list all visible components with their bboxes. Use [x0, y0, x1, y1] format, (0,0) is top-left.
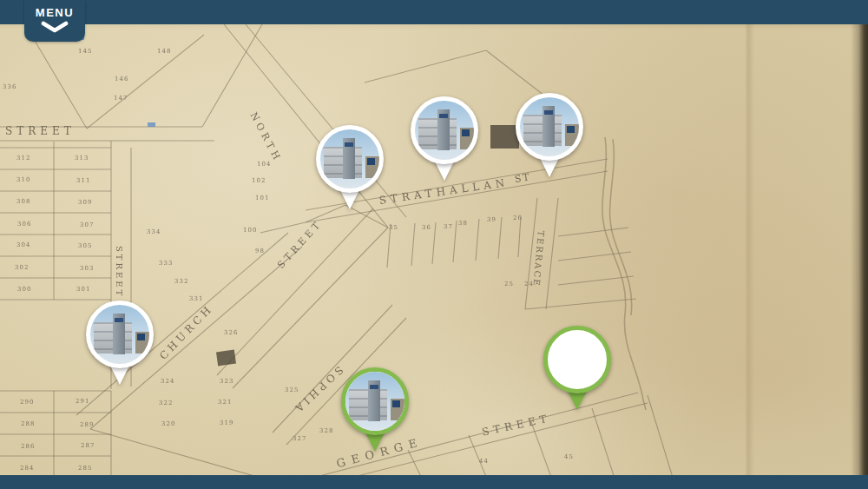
map-app: STREETNORTHSTREETSTREETCHURCHSTRATHALLAN… — [0, 0, 868, 489]
lot-number: 37 — [444, 223, 453, 230]
lot-number: 313 — [75, 155, 89, 162]
lot-number: 307 — [80, 221, 94, 228]
lot-number: 147 — [114, 95, 128, 102]
lot-number: 288 — [21, 420, 35, 427]
lot-number: 24 — [524, 281, 534, 287]
pin-photo — [345, 372, 404, 431]
lot-number: 102 — [252, 177, 266, 184]
lot-number: 305 — [78, 242, 92, 249]
lot-number: 304 — [16, 241, 30, 248]
pin-photo — [320, 129, 379, 188]
pin-photo — [415, 101, 474, 160]
lot-number: 306 — [17, 221, 31, 228]
lot-number: 286 — [21, 443, 35, 450]
lot-number: 289 — [80, 421, 94, 428]
lot-number: 321 — [218, 399, 232, 406]
lot-number: 101 — [255, 195, 269, 202]
lot-number: 44 — [479, 458, 489, 465]
pin-photo — [548, 330, 607, 389]
lot-number: 310 — [16, 176, 30, 183]
street-label: STREET — [115, 246, 124, 298]
pin-photo — [90, 305, 149, 364]
lot-number: 38 — [458, 220, 468, 227]
lot-number: 26 — [513, 215, 523, 221]
lot-number: 309 — [78, 199, 92, 206]
lot-number: 325 — [285, 387, 299, 393]
chevron-down-icon — [40, 21, 69, 33]
lot-number: 323 — [220, 378, 233, 385]
lot-number: 308 — [16, 198, 30, 205]
lot-number: 104 — [257, 161, 271, 168]
pin-photo — [520, 97, 579, 156]
lot-number: 284 — [20, 465, 34, 472]
lot-number: 332 — [174, 278, 188, 285]
lot-number: 25 — [504, 281, 514, 287]
lot-number: 145 — [78, 48, 92, 55]
top-frame-bar — [0, 0, 868, 24]
lot-number: 333 — [159, 260, 173, 267]
lot-number: 285 — [78, 465, 92, 472]
menu-label: MENU — [36, 6, 74, 19]
lot-number: 326 — [224, 329, 238, 336]
lot-number: 300 — [17, 286, 31, 293]
lot-number: 320 — [161, 420, 175, 427]
lot-number: 324 — [161, 378, 174, 385]
lot-number: 287 — [81, 442, 95, 449]
lot-number: 302 — [15, 264, 29, 271]
lot-number: 319 — [220, 420, 233, 426]
historical-map[interactable] — [0, 24, 868, 475]
lot-number: 148 — [157, 48, 171, 55]
lot-number: 301 — [76, 286, 90, 293]
lot-number: 100 — [243, 227, 257, 234]
lot-number: 322 — [159, 400, 173, 406]
map-pin-2[interactable] — [411, 96, 478, 181]
lot-number: 336 — [3, 83, 16, 90]
lot-number: 291 — [76, 398, 89, 405]
map-pin-3[interactable] — [516, 93, 583, 177]
map-pin-6[interactable] — [543, 326, 611, 410]
lot-number: 45 — [564, 453, 574, 460]
lot-number: 331 — [189, 295, 203, 302]
map-pin-4[interactable] — [86, 301, 154, 385]
lot-number: 303 — [80, 265, 94, 272]
lot-number: 39 — [487, 216, 496, 223]
lot-number: 328 — [319, 427, 333, 434]
lot-number: 327 — [293, 435, 306, 442]
map-paper-edge — [851, 24, 868, 475]
lot-number: 36 — [422, 224, 431, 231]
map-patch — [148, 122, 155, 127]
lot-number: 311 — [76, 177, 90, 184]
lot-number: 98 — [255, 248, 265, 254]
lot-number: 35 — [389, 224, 398, 231]
lot-number: 146 — [115, 76, 128, 83]
lot-number: 290 — [20, 399, 34, 406]
lot-number: 334 — [147, 228, 161, 235]
map-pin-1[interactable] — [316, 125, 384, 209]
street-label: STREET — [5, 125, 76, 137]
bottom-frame-bar — [0, 475, 868, 489]
lot-number: 312 — [16, 155, 30, 162]
map-pin-5[interactable] — [341, 367, 409, 452]
menu-button[interactable]: MENU — [24, 0, 85, 42]
map-patch — [216, 350, 236, 367]
